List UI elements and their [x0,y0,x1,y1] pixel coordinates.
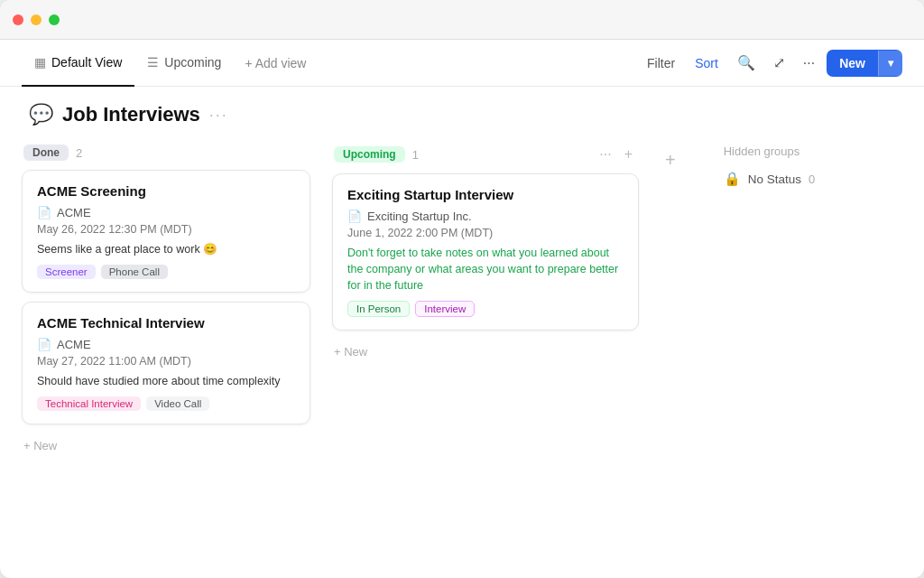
tag-screener[interactable]: Screener [37,265,96,279]
column-upcoming-header: Upcoming 1 ··· + [332,144,639,164]
grid-icon: ▦ [34,55,46,70]
card-company-name: ACME [57,206,91,219]
card-title: ACME Technical Interview [37,315,295,331]
card-company: 📄 Exciting Startup Inc. [347,210,624,223]
list-icon: ☰ [147,55,159,70]
doc-icon: 📄 [37,338,51,351]
card-note: Should have studied more about time comp… [37,373,295,389]
doc-icon: 📄 [347,210,362,223]
new-button-arrow[interactable]: ▾ [878,51,902,76]
sort-button[interactable]: Sort [688,51,725,75]
tab-default-label: Default View [51,55,122,70]
card-note-green: Don't forget to take notes on what you l… [347,245,624,294]
tag-inperson[interactable]: In Person [347,301,410,317]
page-more-button[interactable]: ··· [209,106,228,125]
upcoming-add-new[interactable]: + New [332,340,639,364]
topbar-right: Filter Sort 🔍 ⤢ ··· New ▾ [640,50,902,77]
no-status-count: 0 [808,172,815,186]
card-tags: In Person Interview [347,301,624,317]
lock-icon: 🔒 [724,171,741,187]
page-header: 💬 Job Interviews ··· [0,87,924,135]
card-date: May 27, 2022 11:00 AM (MDT) [37,355,295,368]
tag-phonecall[interactable]: Phone Call [101,265,168,279]
no-status-label: No Status [748,172,801,186]
column-add-button[interactable]: + [620,144,637,164]
card-note: Seems like a great place to work 😊 [37,241,295,257]
done-badge: Done [23,144,69,161]
minimize-button[interactable] [31,14,42,25]
add-new-label: + New [23,439,57,452]
card-company-name: ACME [57,338,91,351]
card-company-name: Exciting Startup Inc. [367,210,472,223]
add-column-button[interactable]: + [661,148,680,172]
column-more-button[interactable]: ··· [595,144,615,164]
card-company: 📄 ACME [37,206,295,219]
done-count: 2 [76,146,82,160]
maximize-button[interactable] [49,14,60,25]
no-status-row: 🔒 No Status 0 [724,171,816,187]
page-title: Job Interviews [62,103,200,126]
add-new-label: + New [334,345,367,359]
hidden-groups-column: Hidden groups 🔒 No Status 0 [702,144,882,187]
tag-interview[interactable]: Interview [415,301,475,317]
column-done-header: Done 2 [22,144,310,161]
tab-upcoming-label: Upcoming [164,55,221,70]
search-icon[interactable]: 🔍 [731,50,762,76]
card-exciting-startup[interactable]: Exciting Startup Interview 📄 Exciting St… [332,173,639,331]
kanban-board: Done 2 ACME Screening 📄 ACME May 26, 202… [0,135,924,578]
card-tags: Technical Interview Video Call [37,396,295,411]
card-acme-technical[interactable]: ACME Technical Interview 📄 ACME May 27, … [22,302,310,424]
add-view-label: + Add view [245,56,306,70]
done-add-new[interactable]: + New [22,434,310,458]
card-tags: Screener Phone Call [37,265,295,279]
close-button[interactable] [13,14,23,25]
new-button[interactable]: New ▾ [827,50,902,77]
column-upcoming: Upcoming 1 ··· + Exciting Startup Interv… [332,144,639,364]
filter-button[interactable]: Filter [640,51,682,75]
card-title: Exciting Startup Interview [347,187,624,202]
titlebar [0,0,924,40]
column-done: Done 2 ACME Screening 📄 ACME May 26, 202… [22,144,310,458]
tab-upcoming[interactable]: ☰ Upcoming [134,40,234,87]
card-date: May 26, 2022 12:30 PM (MDT) [37,223,295,236]
page-icon: 💬 [29,103,53,126]
more-icon[interactable]: ··· [797,51,821,76]
card-acme-screening[interactable]: ACME Screening 📄 ACME May 26, 2022 12:30… [22,170,310,293]
tag-technical[interactable]: Technical Interview [37,396,141,411]
card-date: June 1, 2022 2:00 PM (MDT) [347,227,624,239]
upcoming-badge: Upcoming [334,146,405,163]
topbar: ▦ Default View ☰ Upcoming + Add view Fil… [0,40,924,87]
branch-icon[interactable]: ⤢ [767,50,791,76]
card-company: 📄 ACME [37,338,295,351]
upcoming-count: 1 [412,148,419,162]
doc-icon: 📄 [37,206,51,219]
tab-default-view[interactable]: ▦ Default View [22,40,134,87]
add-view-button[interactable]: + Add view [234,40,317,87]
new-button-main[interactable]: New [827,50,878,77]
hidden-groups-label: Hidden groups [724,144,800,158]
tag-videocall[interactable]: Video Call [146,396,209,411]
card-title: ACME Screening [37,183,295,199]
main-window: ▦ Default View ☰ Upcoming + Add view Fil… [0,0,924,578]
column-actions: ··· + [595,144,637,164]
